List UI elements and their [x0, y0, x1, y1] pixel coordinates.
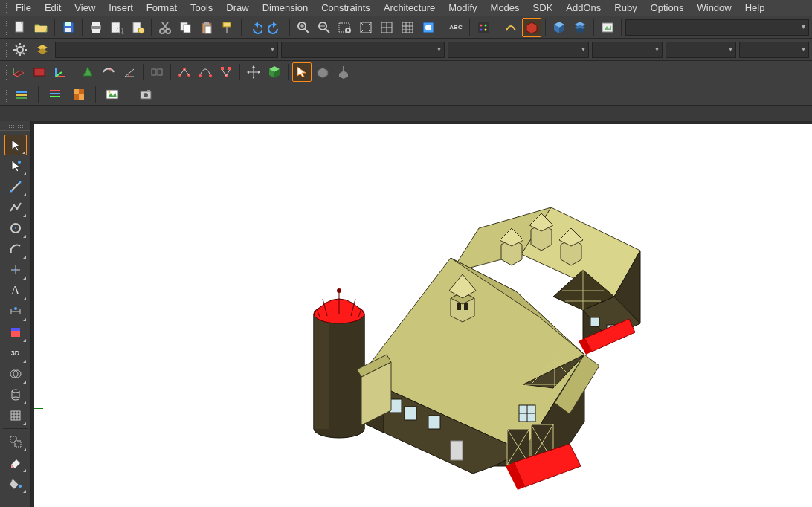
text-icon[interactable]: A	[4, 280, 27, 301]
pointer-icon[interactable]	[4, 135, 27, 155]
menu-dimension[interactable]: Dimension	[256, 1, 315, 15]
visual-style-icon[interactable]	[419, 18, 438, 37]
document-setup-icon[interactable]	[128, 18, 147, 37]
linetype-combo[interactable]	[448, 42, 589, 58]
surface-icon[interactable]	[313, 62, 332, 82]
image-browser-icon[interactable]	[103, 85, 122, 104]
pan-icon[interactable]	[377, 18, 396, 37]
menu-tools[interactable]: Tools	[184, 1, 219, 15]
format-painter-icon[interactable]	[218, 18, 237, 37]
color-combo[interactable]	[281, 42, 445, 58]
curve-edit-icon[interactable]	[196, 62, 215, 82]
3d-viewport[interactable]	[34, 124, 812, 507]
undo-icon[interactable]	[245, 18, 265, 37]
measure-icon[interactable]	[99, 62, 118, 82]
svg-rect-112	[106, 90, 118, 99]
command-combo[interactable]	[625, 19, 809, 36]
bucket-icon[interactable]	[4, 473, 27, 494]
edge-style-icon[interactable]	[501, 18, 521, 37]
print-icon[interactable]	[86, 18, 106, 37]
zoom-window-icon[interactable]	[335, 18, 355, 37]
print-preview-icon[interactable]	[107, 18, 126, 37]
lineweight-combo[interactable]	[592, 42, 663, 58]
layer-manager-icon[interactable]	[33, 40, 52, 59]
cut-icon[interactable]	[155, 18, 175, 37]
box-3d-icon[interactable]	[265, 62, 284, 82]
svg-rect-147	[15, 441, 21, 447]
svg-rect-146	[10, 436, 16, 442]
render-settings-icon[interactable]	[12, 85, 31, 104]
new-file-icon[interactable]	[10, 18, 30, 37]
layers-list-icon[interactable]	[45, 85, 65, 104]
solid-box-icon[interactable]: 3D	[4, 343, 27, 364]
polyline-icon[interactable]	[4, 197, 27, 218]
svg-point-48	[485, 24, 487, 26]
menu-options[interactable]: Options	[644, 1, 691, 15]
spellcheck-icon[interactable]: ABC	[446, 18, 465, 37]
select-similar-icon[interactable]	[4, 155, 27, 176]
layer-combo[interactable]	[55, 42, 278, 58]
materials-icon[interactable]	[474, 18, 493, 37]
menu-architecture[interactable]: Architecture	[377, 1, 442, 15]
zoom-out-icon[interactable]	[315, 18, 334, 37]
menu-help[interactable]: Help	[738, 1, 772, 15]
copy-icon[interactable]	[176, 18, 196, 37]
menu-modes[interactable]: Modes	[484, 1, 526, 15]
save-icon[interactable]	[59, 18, 78, 37]
misc-combo[interactable]	[739, 42, 809, 58]
select-path-icon[interactable]	[292, 62, 312, 82]
point-icon[interactable]	[4, 259, 27, 280]
paste-icon[interactable]	[197, 18, 216, 37]
boolean-icon[interactable]	[4, 364, 27, 384]
group-icon[interactable]	[4, 431, 27, 452]
menu-constraints[interactable]: Constraints	[315, 1, 377, 15]
texture-tool-icon[interactable]	[69, 85, 88, 104]
style-combo[interactable]	[666, 42, 736, 58]
camera-icon[interactable]	[136, 85, 155, 104]
line-icon[interactable]	[4, 176, 27, 197]
eraser-icon[interactable]	[4, 452, 27, 473]
zoom-extents-icon[interactable]	[356, 18, 376, 37]
menu-view[interactable]: View	[68, 1, 102, 15]
svg-marker-99	[297, 67, 306, 77]
menu-addons[interactable]: AddOns	[559, 1, 608, 15]
svg-rect-21	[205, 26, 211, 33]
face-mode-icon[interactable]	[522, 18, 541, 37]
node-edit-icon[interactable]	[216, 62, 236, 82]
svg-line-65	[16, 45, 17, 47]
polyline-edit-icon[interactable]	[175, 62, 194, 82]
dimension-tool-icon[interactable]	[4, 301, 27, 322]
shaded-cube-icon[interactable]	[550, 18, 569, 37]
svg-point-114	[109, 91, 111, 93]
menu-ruby[interactable]: Ruby	[608, 1, 643, 15]
extrude-icon[interactable]	[334, 62, 353, 82]
svg-point-140	[12, 397, 19, 400]
render-icon[interactable]	[598, 18, 617, 37]
hatch-icon[interactable]	[4, 322, 27, 343]
menu-format[interactable]: Format	[140, 1, 184, 15]
menu-file[interactable]: File	[9, 1, 38, 15]
menu-insert[interactable]: Insert	[102, 1, 140, 15]
circle-icon[interactable]	[4, 218, 27, 239]
angle-dimension-icon[interactable]	[120, 62, 139, 82]
ucs-icon[interactable]	[51, 62, 70, 82]
grid-icon[interactable]	[398, 18, 417, 37]
menu-draw[interactable]: Draw	[219, 1, 255, 15]
open-folder-icon[interactable]	[31, 18, 51, 37]
mesh-icon[interactable]	[4, 405, 27, 426]
section-icon[interactable]	[30, 62, 49, 82]
menu-window[interactable]: Window	[690, 1, 738, 15]
redo-icon[interactable]	[266, 18, 286, 37]
gear-icon[interactable]	[10, 40, 30, 59]
menu-sdk[interactable]: SDK	[526, 1, 560, 15]
cplane-icon[interactable]	[9, 62, 28, 82]
menu-modify[interactable]: Modify	[442, 1, 483, 15]
move-icon[interactable]	[244, 62, 263, 82]
layers-dialog-icon[interactable]	[570, 18, 590, 37]
align-icon[interactable]	[147, 62, 167, 82]
cylinder-icon[interactable]	[4, 384, 27, 405]
arc-icon[interactable]	[4, 239, 27, 259]
zoom-in-icon[interactable]	[294, 18, 313, 37]
menu-edit[interactable]: Edit	[38, 1, 68, 15]
cone-tool-icon[interactable]	[78, 62, 97, 82]
